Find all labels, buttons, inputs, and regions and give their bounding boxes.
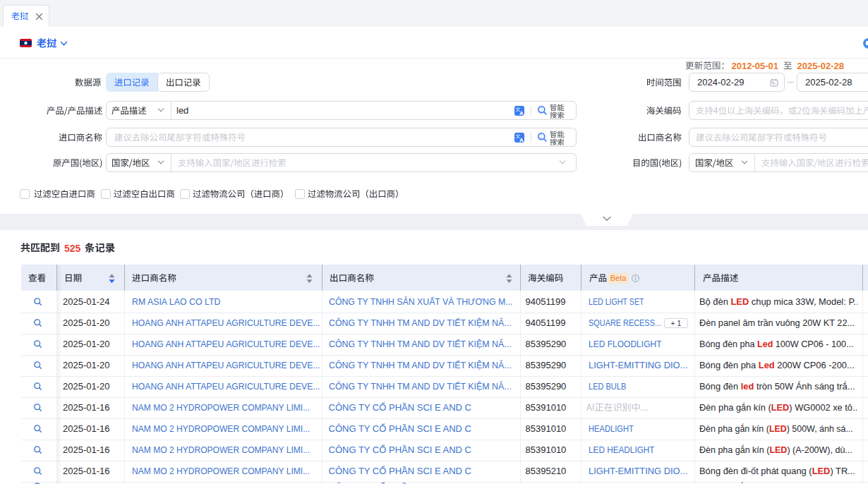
svg-text:A: A (519, 136, 524, 143)
svg-text:A: A (519, 109, 524, 116)
